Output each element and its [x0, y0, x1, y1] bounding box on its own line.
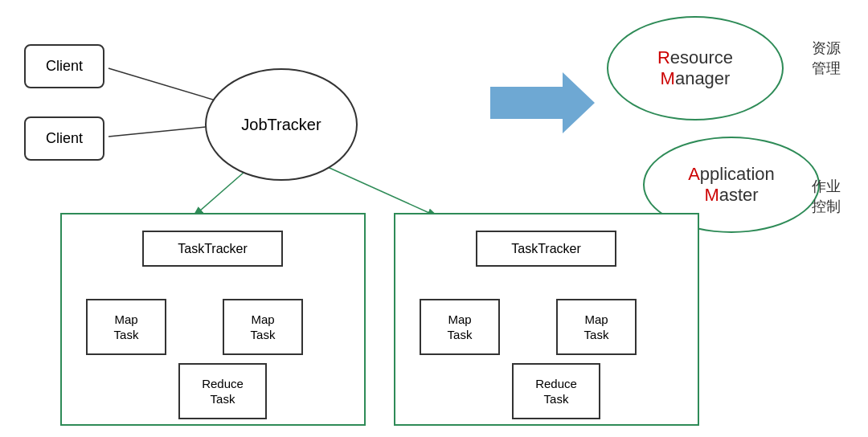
- map-task-4: MapTask: [556, 299, 637, 355]
- client1-label: Client: [46, 58, 83, 75]
- map-task-3: MapTask: [420, 299, 500, 355]
- chinese-job-label: 作业控制: [812, 177, 841, 217]
- svg-marker-5: [490, 72, 595, 133]
- diagram: Client Client JobTracker Resource Manage…: [0, 0, 868, 437]
- jobtracker-ellipse: JobTracker: [205, 68, 358, 181]
- tasktracker1-label: TaskTracker: [142, 231, 283, 267]
- map-task-2: MapTask: [223, 299, 303, 355]
- svg-line-3: [108, 68, 229, 104]
- tasktracker-container-2: TaskTracker MapTask MapTask ReduceTask: [394, 213, 699, 426]
- rm-red-m: M: [661, 68, 675, 88]
- tasktracker2-label: TaskTracker: [476, 231, 616, 267]
- am-red-m: M: [704, 185, 719, 205]
- rm-red-r: R: [657, 47, 670, 67]
- client2-label: Client: [46, 130, 83, 147]
- jobtracker-label: JobTracker: [241, 116, 321, 134]
- svg-line-7: [313, 161, 438, 217]
- app-master-line1: Application: [688, 164, 775, 185]
- resource-manager-line1: Resource: [657, 47, 733, 68]
- client1-box: Client: [24, 44, 104, 88]
- resource-manager-ellipse: Resource Manager: [607, 16, 784, 120]
- map-task-1: MapTask: [86, 299, 166, 355]
- reduce-task-1: ReduceTask: [178, 363, 267, 419]
- am-red-a: A: [688, 164, 700, 184]
- resource-manager-line2: Manager: [661, 68, 731, 89]
- reduce-task-2: ReduceTask: [512, 363, 600, 419]
- chinese-resource-label: 资源管理: [812, 39, 841, 79]
- tasktracker-container-1: TaskTracker MapTask MapTask ReduceTask: [60, 213, 366, 426]
- app-master-line2: Master: [704, 185, 758, 206]
- client2-box: Client: [24, 116, 104, 161]
